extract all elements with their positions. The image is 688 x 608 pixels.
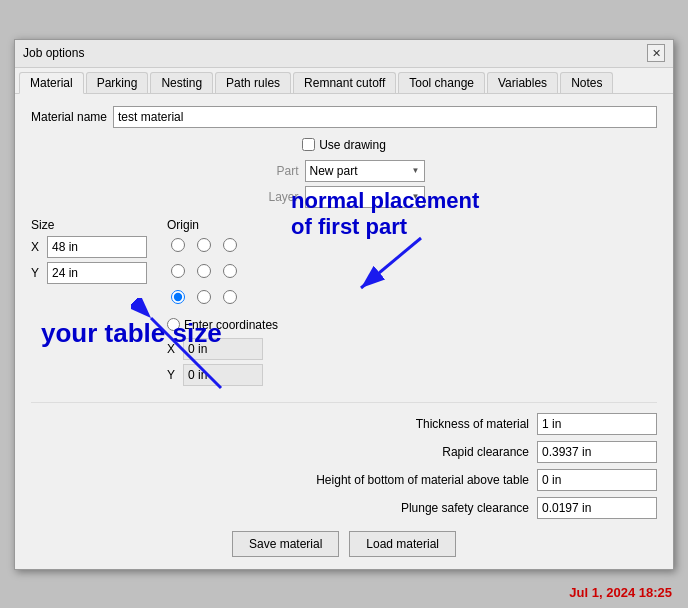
rapid-clearance-input[interactable] [537,441,657,463]
layer-dropdown[interactable]: ▼ [305,186,425,208]
part-layer-section: Part New part ▼ Layer ▼ [31,160,657,208]
tab-remnant-cutoff[interactable]: Remnant cutoff [293,72,396,93]
buttons-row: Save material Load material [31,531,657,557]
title-bar: Job options ✕ [15,40,673,68]
size-x-input[interactable] [47,236,147,258]
window-title: Job options [23,46,84,60]
material-name-row: Material name [31,106,657,128]
size-y-input[interactable] [47,262,147,284]
thickness-row: Thickness of material [31,413,657,435]
load-material-button[interactable]: Load material [349,531,456,557]
height-label: Height of bottom of material above table [316,473,529,487]
size-y-row: Y [31,262,147,284]
size-x-row: X [31,236,147,258]
tab-parking[interactable]: Parking [86,72,149,93]
close-button[interactable]: ✕ [647,44,665,62]
origin-tl[interactable] [171,238,185,252]
save-material-button[interactable]: Save material [232,531,339,557]
part-value: New part [310,164,358,178]
svg-line-3 [151,318,221,388]
origin-mm[interactable] [197,264,211,278]
height-row: Height of bottom of material above table [31,469,657,491]
origin-tm[interactable] [197,238,211,252]
use-drawing-checkbox[interactable] [302,138,315,151]
part-row: Part New part ▼ [264,160,425,182]
rapid-clearance-label: Rapid clearance [442,445,529,459]
use-drawing-label: Use drawing [319,138,386,152]
plunge-input[interactable] [537,497,657,519]
layer-row: Layer ▼ [264,186,425,208]
job-options-window: Job options ✕ Material Parking Nesting P… [14,39,674,570]
use-drawing-row: Use drawing [31,138,657,152]
rapid-clearance-row: Rapid clearance [31,441,657,463]
thickness-input[interactable] [537,413,657,435]
origin-mr[interactable] [223,264,237,278]
thickness-label: Thickness of material [416,417,529,431]
origin-ml[interactable] [171,264,185,278]
height-input[interactable] [537,469,657,491]
origin-label: Origin [167,218,657,232]
material-name-input[interactable] [113,106,657,128]
part-dropdown[interactable]: New part ▼ [305,160,425,182]
tab-nesting[interactable]: Nesting [150,72,213,93]
origin-tr[interactable] [223,238,237,252]
tab-content: Material name Use drawing Part New part … [15,94,673,569]
tab-tool-change[interactable]: Tool change [398,72,485,93]
size-x-label: X [31,240,43,254]
part-label: Part [264,164,299,178]
timestamp: Jul 1, 2024 18:25 [569,585,672,600]
tab-material[interactable]: Material [19,72,84,94]
part-dropdown-arrow: ▼ [412,166,420,175]
size-origin-container: normal placement of first part Size X [31,218,657,390]
arrow-table-size-icon [131,298,251,398]
bottom-fields: Thickness of material Rapid clearance He… [31,402,657,519]
size-origin-section: Size X Y Origin [31,218,657,390]
size-y-label: Y [31,266,43,280]
plunge-row: Plunge safety clearance [31,497,657,519]
material-name-label: Material name [31,110,107,124]
tab-notes[interactable]: Notes [560,72,613,93]
plunge-label: Plunge safety clearance [401,501,529,515]
size-box: Size X Y [31,218,147,390]
layer-dropdown-arrow: ▼ [412,192,420,201]
tab-bar: Material Parking Nesting Path rules Remn… [15,68,673,94]
tab-path-rules[interactable]: Path rules [215,72,291,93]
tab-variables[interactable]: Variables [487,72,558,93]
size-label: Size [31,218,147,232]
layer-label: Layer [264,190,299,204]
